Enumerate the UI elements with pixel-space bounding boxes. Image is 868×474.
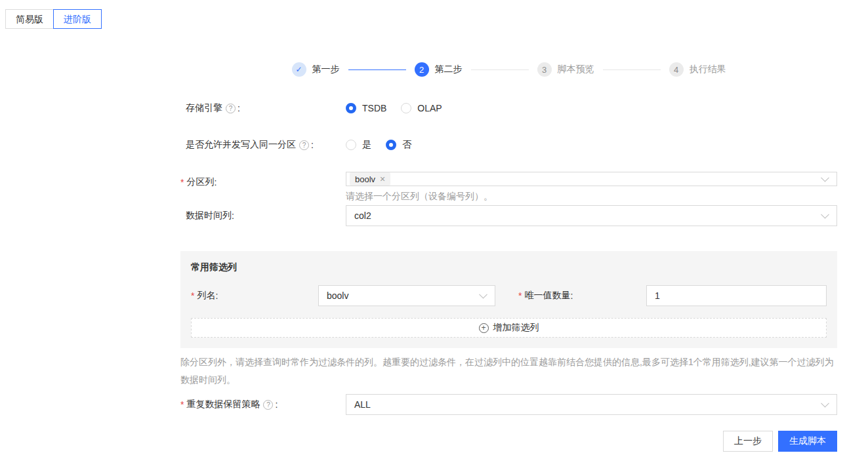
tab-simple-version[interactable]: 简易版 (5, 9, 54, 29)
tag-remove-icon[interactable]: × (380, 174, 385, 184)
filter-panel-title: 常用筛选列 (191, 260, 827, 273)
step-2-number: 2 (415, 62, 429, 77)
radio-option-olap[interactable]: OLAP (401, 103, 442, 113)
radio-option-tsdb[interactable]: TSDB (346, 103, 386, 113)
step-4-number: 4 (669, 62, 684, 77)
required-mark: * (191, 290, 194, 301)
concurrent-write-row: 是否允许并发写入同一分区 ? : 是 否 (180, 134, 837, 155)
previous-step-button[interactable]: 上一步 (723, 431, 773, 452)
data-time-column-label-text: 数据时间列 (186, 210, 232, 222)
partition-column-control: boolv × 请选择一个分区列（设备编号列）。 (346, 172, 837, 203)
stepper: ✓ 第一步 2 第二步 3 脚本预览 4 执行结果 (180, 62, 837, 77)
chevron-down-icon (821, 174, 829, 182)
tab-advanced-version[interactable]: 进阶版 (53, 9, 102, 29)
step-connector-1 (348, 69, 406, 70)
step-3-label: 脚本预览 (558, 64, 594, 75)
selected-tag-text: boolv (355, 174, 375, 184)
add-filter-column-label: 增加筛选列 (493, 322, 539, 334)
generate-script-button[interactable]: 生成脚本 (778, 431, 837, 452)
plus-circle-icon: + (479, 323, 489, 333)
unique-count-input[interactable] (646, 285, 827, 306)
step-2: 2 第二步 (415, 62, 463, 77)
step-4: 4 执行结果 (669, 62, 726, 77)
label-colon: : (311, 140, 314, 150)
radio-label-no: 否 (402, 139, 411, 151)
dedup-policy-label-text: 重复数据保留策略 (186, 399, 260, 410)
label-colon: : (238, 103, 240, 113)
label-colon: : (214, 177, 217, 188)
step-connector-3 (603, 69, 661, 70)
concurrent-write-radio-group: 是 否 (346, 139, 426, 151)
filter-columns-panel: 常用筛选列 * 列名 : boolv * 唯一值数量 : + 增加筛选列 (180, 251, 837, 348)
radio-label-olap: OLAP (417, 103, 442, 113)
column-name-select[interactable]: boolv (318, 285, 495, 306)
unique-count-label-text: 唯一值数量 (524, 290, 570, 302)
required-mark: * (180, 399, 184, 410)
dedup-policy-select[interactable]: ALL (346, 394, 837, 415)
radio-option-yes[interactable]: 是 (346, 139, 371, 151)
storage-engine-label: 存储引擎 ? : (180, 102, 346, 114)
step-3-number: 3 (537, 62, 552, 77)
step-1-label: 第一步 (312, 64, 340, 75)
step-4-label: 执行结果 (690, 64, 726, 75)
column-name-label-text: 列名 (197, 290, 215, 302)
help-icon[interactable]: ? (299, 140, 309, 150)
chevron-down-icon (821, 399, 829, 408)
partition-column-label: * 分区列 : (180, 172, 346, 193)
step-3: 3 脚本预览 (537, 62, 594, 77)
radio-option-no[interactable]: 否 (386, 139, 411, 151)
help-icon[interactable]: ? (263, 400, 273, 410)
selected-tag: boolv × (350, 172, 390, 186)
label-colon: : (570, 290, 573, 301)
filter-columns-description: 除分区列外，请选择查询时常作为过滤条件的列。越重要的过滤条件，在过滤列中的位置越… (180, 353, 837, 389)
radio-icon-no[interactable] (386, 140, 396, 150)
filter-column-row: * 列名 : boolv * 唯一值数量 : (191, 285, 827, 306)
help-icon[interactable]: ? (226, 104, 236, 113)
step-1: ✓ 第一步 (292, 62, 340, 77)
radio-icon-tsdb[interactable] (346, 103, 356, 113)
required-mark: * (518, 290, 522, 301)
partition-column-label-text: 分区列 (186, 176, 214, 188)
concurrent-write-label-text: 是否允许并发写入同一分区 (186, 139, 296, 151)
column-name-label: * 列名 : (191, 290, 318, 302)
required-mark: * (180, 177, 184, 188)
partition-column-row: * 分区列 : boolv × 请选择一个分区列（设备编号列）。 (180, 172, 837, 203)
footer-actions: 上一步 生成脚本 (180, 431, 837, 452)
column-name-value: boolv (327, 290, 348, 301)
radio-label-yes: 是 (362, 139, 371, 151)
step-connector-2 (471, 69, 529, 70)
partition-column-hint: 请选择一个分区列（设备编号列）。 (346, 189, 837, 203)
add-filter-column-button[interactable]: + 增加筛选列 (191, 318, 827, 338)
chevron-down-icon (821, 210, 829, 219)
label-colon: : (215, 290, 218, 301)
data-time-column-value: col2 (354, 210, 371, 221)
storage-engine-label-text: 存储引擎 (186, 102, 222, 114)
radio-icon-yes[interactable] (346, 140, 356, 150)
version-tab-group: 简易版 进阶版 (5, 9, 102, 29)
wizard-content: ✓ 第一步 2 第二步 3 脚本预览 4 执行结果 存储引擎 ? : TSDB (180, 62, 837, 452)
partition-column-select[interactable]: boolv × (346, 172, 837, 186)
concurrent-write-label: 是否允许并发写入同一分区 ? : (180, 139, 346, 151)
unique-count-label: * 唯一值数量 : (518, 290, 646, 302)
dedup-policy-value: ALL (354, 399, 371, 410)
step-1-check-icon: ✓ (292, 62, 306, 77)
storage-engine-radio-group: TSDB OLAP (346, 103, 457, 113)
data-time-column-row: 数据时间列 : col2 (180, 205, 837, 226)
label-colon: : (232, 210, 234, 221)
label-colon: : (275, 399, 278, 410)
data-time-column-label: 数据时间列 : (180, 210, 346, 222)
radio-label-tsdb: TSDB (362, 103, 386, 113)
dedup-policy-row: * 重复数据保留策略 ? : ALL (180, 394, 837, 415)
dedup-policy-label: * 重复数据保留策略 ? : (180, 399, 346, 410)
step-2-label: 第二步 (435, 64, 463, 75)
chevron-down-icon (479, 290, 487, 299)
data-time-column-select[interactable]: col2 (346, 205, 837, 226)
radio-icon-olap[interactable] (401, 103, 411, 113)
storage-engine-row: 存储引擎 ? : TSDB OLAP (180, 98, 837, 119)
